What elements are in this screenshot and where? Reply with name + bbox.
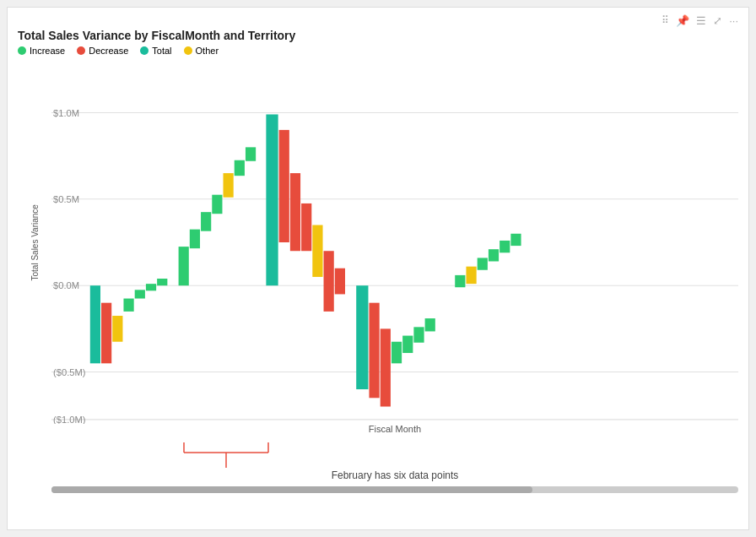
ellipsis-icon[interactable]: ···	[729, 14, 738, 27]
y-tick-1M: $1.0M	[53, 107, 79, 117]
legend-item-increase: Increase	[18, 46, 65, 56]
bar-jan-nc	[123, 299, 133, 312]
bar-may-pa	[500, 241, 510, 252]
pin-icon[interactable]: 📌	[676, 14, 689, 27]
bar-mar-other	[312, 225, 322, 277]
chart-card: ⠿ 📌 ☰ ⤢ ··· Total Sales Variance by Fisc…	[7, 7, 749, 530]
bar-jan-oh	[101, 303, 111, 364]
legend-dot-increase	[18, 46, 26, 55]
bar-may-nc	[478, 258, 488, 269]
bar-jan-total	[90, 285, 100, 363]
card-header: ⠿ 📌 ☰ ⤢ ···	[18, 14, 738, 27]
bar-apr-apr	[356, 285, 368, 389]
bar-may-other	[466, 267, 476, 284]
bar-feb-other	[224, 173, 234, 198]
bar-feb-wv	[212, 195, 222, 214]
bar-mar-mar	[266, 114, 278, 285]
menu-icon[interactable]: ☰	[696, 14, 706, 27]
card-icons[interactable]: ⠿ 📌 ☰ ⤢ ···	[662, 14, 738, 27]
annotation-text: February has six data points	[332, 469, 459, 481]
legend-label-decrease: Decrease	[89, 46, 128, 56]
bar-apr-va	[425, 318, 435, 331]
bar-apr-wv	[392, 342, 402, 364]
scrollbar-thumb[interactable]	[51, 486, 532, 493]
bar-mar-nc	[290, 173, 300, 251]
bar-feb-pa	[190, 230, 200, 249]
legend-item-other: Other	[184, 46, 219, 56]
bar-jan-va	[157, 279, 167, 285]
x-axis-label: Fiscal Month	[369, 424, 421, 434]
bar-mar-wv	[301, 203, 311, 251]
legend-label-increase: Increase	[30, 46, 65, 56]
chart-scrollbar[interactable]	[51, 486, 738, 493]
bar-may-md	[510, 234, 521, 246]
legend-item-decrease: Decrease	[77, 46, 128, 56]
bar-feb-oh	[201, 212, 211, 231]
legend-dot-decrease	[77, 46, 85, 55]
bar-may-may	[455, 275, 465, 287]
bar-mar-pa	[335, 268, 345, 295]
bar-may-va	[489, 249, 499, 261]
bar-jan-pa	[135, 290, 145, 298]
y-tick-0.5M: $0.5M	[53, 194, 79, 204]
bar-feb-md	[246, 147, 256, 160]
chart-legend: Increase Decrease Total Other	[18, 46, 738, 56]
chart-svg: $1.0M $0.5M $0.0M ($0.5M) ($1.0M)	[51, 61, 738, 424]
bar-feb-nc	[235, 160, 245, 176]
drag-handle-icon[interactable]: ⠿	[662, 14, 669, 27]
legend-dot-other	[184, 46, 192, 55]
bar-apr-other	[402, 336, 413, 353]
bar-apr-pa	[369, 303, 379, 399]
bar-jan-wv	[146, 284, 156, 290]
y-tick-0M: $0.0M	[53, 280, 79, 290]
legend-item-total: Total	[140, 46, 171, 56]
bar-apr-oh	[381, 328, 391, 406]
y-tick-neg0.5M: ($0.5M)	[53, 367, 86, 377]
bar-mar-oh	[324, 251, 334, 312]
legend-dot-total	[140, 46, 148, 55]
bar-feb-feb	[179, 247, 189, 285]
legend-label-other: Other	[196, 46, 219, 56]
chart-plot-area: $1.0M $0.5M $0.0M ($0.5M) ($1.0M)	[51, 61, 738, 424]
bar-mar-md	[279, 130, 289, 242]
y-tick-neg1M: ($1.0M)	[53, 415, 86, 424]
expand-icon[interactable]: ⤢	[713, 14, 722, 27]
legend-label-total: Total	[152, 46, 171, 56]
y-axis-label: Total Sales Variance	[30, 204, 40, 280]
chart-title: Total Sales Variance by FiscalMonth and …	[18, 29, 738, 42]
bar-jan-other	[112, 316, 122, 342]
bar-apr-nc	[413, 327, 424, 342]
